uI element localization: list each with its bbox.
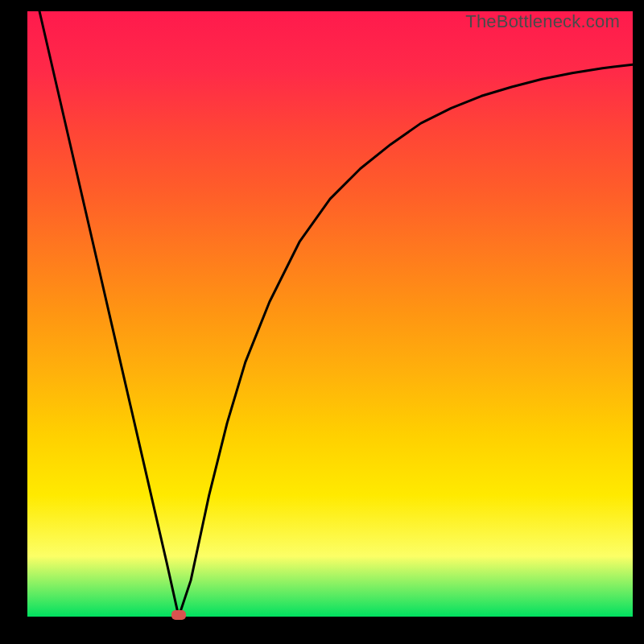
minimum-marker — [171, 610, 186, 620]
bottleneck-curve — [27, 11, 633, 617]
chart-container: TheBottleneck.com — [0, 0, 644, 644]
plot-area: TheBottleneck.com — [27, 11, 633, 617]
